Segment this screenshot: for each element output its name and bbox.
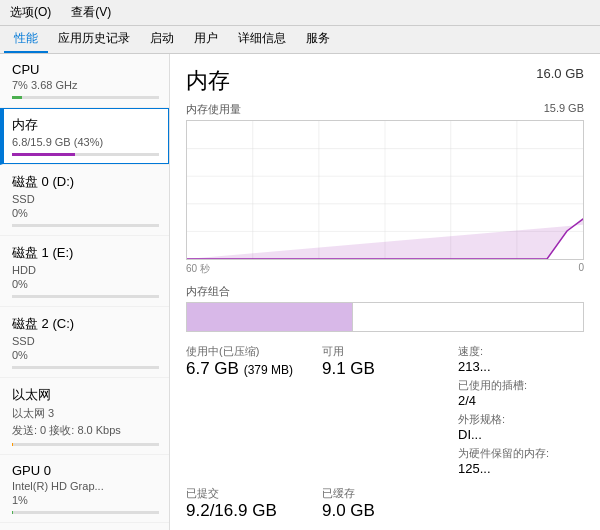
composition-bar [186,302,584,332]
sidebar-item-sub-3: 0% [12,278,159,290]
chart-time-labels: 60 秒 0 [186,262,584,276]
tabbar: 性能应用历史记录启动用户详细信息服务 [0,26,600,54]
sidebar-bar-fill-0 [12,96,22,99]
tab-启动[interactable]: 启动 [140,26,184,53]
sidebar-bar-fill-1 [12,153,75,156]
composition-label: 内存组合 [186,284,584,299]
sidebar-item-0[interactable]: CPU7% 3.68 GHz [0,54,169,108]
sidebar-item-4[interactable]: 磁盘 2 (C:)SSD0% [0,307,169,378]
sidebar-item-6[interactable]: GPU 0Intel(R) HD Grap...1% [0,455,169,523]
chart-label: 内存使用量 15.9 GB [186,102,584,117]
sidebar-item-name-1: 内存 [12,116,159,134]
sidebar-item-sub-4: 0% [12,349,159,361]
sidebar-item-name-2: 磁盘 0 (D:) [12,173,159,191]
sidebar-bar-1 [12,153,159,156]
sidebar-item-sub-5: 发送: 0 接收: 8.0 Kbps [12,423,159,438]
sidebar-item-2[interactable]: 磁盘 0 (D:)SSD0% [0,165,169,236]
memory-chart [186,120,584,260]
sidebar-item-sub-1: 6.8/15.9 GB (43%) [12,136,159,148]
stat-used: 使用中(已压缩) 6.7 GB (379 MB) [186,344,312,476]
tab-应用历史记录[interactable]: 应用历史记录 [48,26,140,53]
sidebar-item-name-4: 磁盘 2 (C:) [12,315,159,333]
sidebar-bar-6 [12,511,159,514]
sidebar-item-sub2-5: 以太网 3 [12,406,159,421]
content-total: 16.0 GB [536,66,584,81]
main-layout: CPU7% 3.68 GHz内存6.8/15.9 GB (43%)磁盘 0 (D… [0,54,600,530]
stat-committed-value: 9.2/16.9 GB [186,501,312,521]
sidebar-bar-fill-6 [12,511,13,514]
stat-used-value: 6.7 GB (379 MB) [186,359,312,379]
sidebar-item-name-3: 磁盘 1 (E:) [12,244,159,262]
sidebar-item-sub2-3: HDD [12,264,159,276]
stat-right-spacer [458,486,584,521]
composition-free [353,303,583,331]
stat-right-col1: 速度: 213... 已使用的插槽: 2/4 外形规格: DI... 为硬件保留… [458,344,584,476]
sidebar-item-sub-0: 7% 3.68 GHz [12,79,159,91]
sidebar-bar-5 [12,443,159,446]
menu-options[interactable]: 选项(O) [4,2,57,23]
stats-area: 使用中(已压缩) 6.7 GB (379 MB) 可用 9.1 GB 速度: 2… [186,344,584,530]
content-area: 内存 16.0 GB 内存使用量 15.9 GB [170,54,600,530]
sidebar-bar-4 [12,366,159,369]
sidebar-item-sub2-2: SSD [12,193,159,205]
sidebar-item-name-6: GPU 0 [12,463,159,478]
chart-svg [187,121,583,259]
sidebar-bar-0 [12,96,159,99]
sidebar-item-sub2-6: Intel(R) HD Grap... [12,480,159,492]
stat-cached-value: 9.0 GB [322,501,448,521]
sidebar-item-name-0: CPU [12,62,159,77]
sidebar-item-name-5: 以太网 [12,386,159,404]
tab-服务[interactable]: 服务 [296,26,340,53]
tab-详细信息[interactable]: 详细信息 [228,26,296,53]
sidebar-item-sub-2: 0% [12,207,159,219]
sidebar-item-sub-6: 1% [12,494,159,506]
stat-available: 可用 9.1 GB [322,344,448,476]
sidebar-bar-3 [12,295,159,298]
sidebar-item-sub2-4: SSD [12,335,159,347]
composition-used [187,303,353,331]
sidebar: CPU7% 3.68 GHz内存6.8/15.9 GB (43%)磁盘 0 (D… [0,54,170,530]
stat-available-value: 9.1 GB [322,359,448,379]
sidebar-bar-2 [12,224,159,227]
sidebar-item-3[interactable]: 磁盘 1 (E:)HDD0% [0,236,169,307]
tab-用户[interactable]: 用户 [184,26,228,53]
tab-性能[interactable]: 性能 [4,26,48,53]
menubar: 选项(O) 查看(V) [0,0,600,26]
stat-cached: 已缓存 9.0 GB [322,486,448,521]
stat-committed: 已提交 9.2/16.9 GB [186,486,312,521]
content-header: 内存 16.0 GB [186,66,584,96]
menu-view[interactable]: 查看(V) [65,2,117,23]
sidebar-item-1[interactable]: 内存6.8/15.9 GB (43%) [0,108,169,165]
sidebar-bar-fill-5 [12,443,13,446]
content-title: 内存 [186,66,230,96]
sidebar-item-5[interactable]: 以太网以太网 3发送: 0 接收: 8.0 Kbps [0,378,169,455]
